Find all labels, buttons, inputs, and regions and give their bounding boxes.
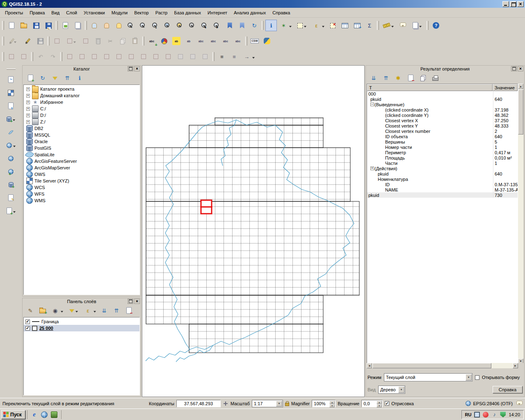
tree-expander-icon[interactable]	[26, 120, 30, 124]
language-indicator[interactable]: RU	[465, 412, 472, 417]
move-feature-button[interactable]	[64, 35, 79, 47]
zoom-next-button[interactable]: ▸	[212, 20, 223, 31]
catalog-tree-item[interactable]: Oracle	[24, 138, 139, 145]
identify-result-row[interactable]: Номенклатура	[367, 176, 518, 182]
catalog-tree-item[interactable]: SpatiaLite	[24, 151, 139, 158]
spin-down-button[interactable]: ▼	[377, 404, 382, 407]
merge-attributes-button[interactable]	[187, 51, 199, 62]
new-bookmark-button[interactable]	[224, 20, 235, 31]
pin-labels-button[interactable]: ab	[183, 35, 194, 47]
paste-features-button[interactable]	[129, 35, 141, 47]
mouse-position-toggle-icon[interactable]	[223, 401, 228, 406]
rotate-point-symbols-button[interactable]	[199, 51, 211, 62]
web-globe-icon[interactable]	[41, 411, 48, 418]
tree-expander-icon[interactable]	[26, 100, 30, 104]
panel-float-button[interactable]	[128, 299, 133, 304]
tray-volume-icon[interactable]: ♪	[491, 412, 497, 418]
menu-item[interactable]: Установки	[80, 9, 108, 16]
identify-result-row[interactable]: Вершины 5	[367, 139, 518, 144]
save-project-as-button[interactable]	[43, 20, 54, 31]
menu-item[interactable]: Вид	[48, 9, 63, 16]
split-features-button[interactable]	[150, 51, 162, 62]
add-group-button[interactable]	[37, 305, 48, 316]
catalog-filter-button[interactable]	[49, 72, 61, 84]
field-calculator-button[interactable]	[352, 20, 363, 31]
add-vector-layer-button[interactable]	[5, 74, 17, 85]
identify-result-row[interactable]: (clicked coordinate Y) 48.362	[367, 112, 518, 118]
identify-result-row[interactable]: pkuid 640	[367, 96, 518, 102]
remove-layer-button[interactable]	[123, 305, 135, 316]
catalog-tree-item[interactable]: WMS	[24, 197, 139, 204]
catalog-properties-button[interactable]: ℹ	[74, 72, 85, 84]
identify-result-row[interactable]: ID 0.M-37-135-A	[367, 182, 518, 187]
tree-expander-icon[interactable]	[26, 107, 30, 111]
add-spatialite-layer-button[interactable]	[5, 126, 17, 138]
open-project-button[interactable]	[18, 20, 30, 31]
current-edits-button[interactable]	[6, 35, 21, 47]
open-form-checkbox[interactable]	[475, 375, 479, 380]
messages-icon[interactable]	[516, 401, 523, 405]
menu-item[interactable]: Правка	[26, 9, 48, 16]
map-tips-button[interactable]	[397, 20, 409, 31]
menu-item[interactable]: Проекты	[2, 9, 26, 16]
identify-result-row[interactable]: Площадь 0,010 м²	[367, 155, 518, 160]
save-edits-button[interactable]	[34, 35, 46, 47]
show-hide-labels-button[interactable]: abc	[195, 35, 207, 47]
change-label-button[interactable]: abc	[232, 35, 244, 47]
scroll-up-button[interactable]: ▲	[518, 84, 523, 89]
manage-themes-button[interactable]: ◉	[49, 305, 65, 316]
menu-item[interactable]: База данных	[171, 9, 204, 16]
identify-result-row[interactable]: Closest vertex Y 48.333	[367, 123, 518, 128]
add-delimited-text-button[interactable]	[5, 100, 17, 112]
scroll-right-button[interactable]: ►	[513, 363, 518, 368]
tray-alert-icon[interactable]	[483, 412, 488, 418]
new-map-view-button[interactable]	[409, 20, 425, 31]
undo-button[interactable]: ↶	[35, 51, 46, 62]
catalog-tree-item[interactable]: MSSQL	[24, 132, 139, 138]
fill-ring-button[interactable]	[89, 51, 100, 62]
scale-lock-icon[interactable]	[285, 403, 289, 406]
catalog-refresh-button[interactable]: ↻	[37, 72, 48, 84]
spin-down-button[interactable]: ▼	[329, 404, 335, 407]
feature-action-button[interactable]: ✶	[278, 20, 293, 31]
catalog-tree-item[interactable]: Избранное	[24, 99, 139, 105]
spin-up-button[interactable]: ▲	[377, 401, 382, 404]
new-shapefile-button[interactable]	[5, 192, 17, 203]
show-bookmarks-button[interactable]	[236, 20, 248, 31]
add-oracle-layer-button[interactable]	[5, 179, 17, 190]
csw-search-button[interactable]: CSW	[249, 35, 260, 47]
start-button[interactable]: Пуск	[1, 410, 25, 419]
zoom-last-button[interactable]: ◂	[199, 20, 211, 31]
add-wfs-layer-button[interactable]	[5, 166, 17, 177]
redo-button[interactable]: ↷	[47, 51, 59, 62]
identify-print-button[interactable]	[429, 72, 441, 84]
catalog-tree-item[interactable]: ArcGisMapServer	[24, 164, 139, 171]
add-ring-button[interactable]	[64, 51, 75, 62]
column-header-value[interactable]: Значение	[493, 84, 518, 91]
column-header-feature[interactable]: Т	[367, 84, 493, 91]
panel-close-button[interactable]	[518, 66, 523, 71]
diagram-button[interactable]	[158, 35, 170, 47]
new-composer-button[interactable]	[59, 20, 71, 31]
catalog-tree-item[interactable]: PostGIS	[24, 145, 139, 151]
panel-float-button[interactable]	[511, 66, 517, 71]
vertical-scrollbar[interactable]: ▲ ▼	[518, 84, 523, 364]
add-raster-layer-button[interactable]	[5, 87, 17, 98]
catalog-collapse-all-button[interactable]: ⇈	[62, 72, 73, 84]
identify-result-row[interactable]: (Действия)	[367, 166, 518, 171]
catalog-tree-item[interactable]: Каталог проекта	[24, 86, 139, 92]
tree-expander-icon[interactable]	[26, 114, 30, 117]
identify-result-row[interactable]: (Выведенные)	[367, 102, 518, 107]
horizontal-scrollbar[interactable]: ◄ ►	[367, 363, 518, 368]
app-shortcut-icon[interactable]	[50, 411, 58, 418]
view-mode-select[interactable]: Дерево	[378, 386, 405, 394]
catalog-tree-item[interactable]: ArcGisFeatureServer	[24, 158, 139, 164]
catalog-tree-item[interactable]: D:/	[24, 112, 139, 119]
identify-collapse-all-button[interactable]: ⇈	[380, 72, 392, 84]
toggle-editing-button[interactable]	[22, 35, 34, 47]
identify-result-row[interactable]: pkuid 730	[367, 192, 518, 198]
statistics-button[interactable]: Σ	[364, 20, 375, 31]
layer-styling-button[interactable]: ✎	[25, 305, 36, 316]
identify-result-row[interactable]: Периметр 0,417 м	[367, 150, 518, 155]
map-canvas[interactable]	[142, 66, 364, 397]
